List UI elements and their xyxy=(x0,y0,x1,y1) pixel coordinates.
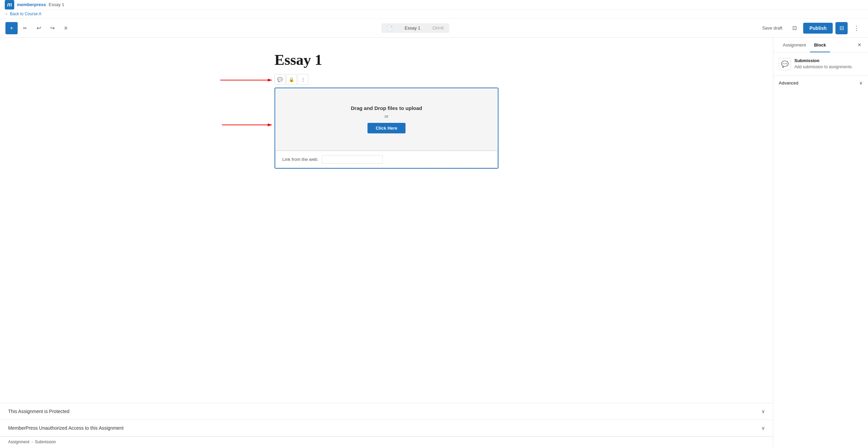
redo-button[interactable]: ↪ xyxy=(46,22,58,34)
sidebar-close-button[interactable]: × xyxy=(856,40,863,50)
submission-section: 💬 Submission Add submission to assignmen… xyxy=(773,53,868,76)
block-more-button[interactable]: ⋮ xyxy=(298,74,308,85)
submission-info: Submission Add submission to assignments… xyxy=(794,58,853,69)
right-sidebar: Assignment Block × 💬 Submission Add subm… xyxy=(773,38,868,447)
protected-label: This Assignment is Protected xyxy=(8,409,70,414)
sidebar-toggle-button[interactable]: ⊟ xyxy=(835,22,848,34)
upload-block-wrapper: Drag and Drop files to upload or Click H… xyxy=(275,88,498,169)
save-draft-button[interactable]: Save draft xyxy=(759,23,786,33)
protected-bar[interactable]: This Assignment is Protected ∨ xyxy=(0,403,773,420)
bottom-section: This Assignment is Protected ∨ MemberPre… xyxy=(0,403,773,436)
breadcrumb-separator: › xyxy=(32,440,33,444)
tab-block[interactable]: Block xyxy=(810,38,830,52)
toolbar-center: 📄 Essay 1 Ctrl+K xyxy=(73,23,757,33)
link-input[interactable] xyxy=(322,155,383,164)
sidebar-tabs: Assignment Block × xyxy=(773,38,868,53)
click-here-button[interactable]: Click Here xyxy=(367,123,405,133)
toolbar-right: Save draft ⊡ Publish ⊟ ⋮ xyxy=(759,22,863,34)
back-link-row: ← Back to Course A xyxy=(0,10,868,19)
unauthorized-bar[interactable]: MemberPress Unauthorized Access to this … xyxy=(0,420,773,436)
submission-title: Submission xyxy=(794,58,853,63)
main-layout: Essay 1 💬 🔒 ⋮ xyxy=(0,38,868,447)
red-arrow-to-block xyxy=(220,77,273,83)
advanced-label: Advanced xyxy=(779,80,798,86)
red-arrow-to-upload xyxy=(222,122,273,128)
breadcrumb-submission: Submission xyxy=(35,440,56,444)
brand-name: memberpress xyxy=(17,2,46,7)
block-lock-button[interactable]: 🔒 xyxy=(286,74,297,85)
logo-area: m memberpress Essay 1 xyxy=(5,0,64,10)
protected-chevron-icon: ∨ xyxy=(761,409,765,414)
or-text: or xyxy=(282,114,491,119)
unauthorized-chevron-icon: ∨ xyxy=(761,425,765,431)
edit-tool-button[interactable]: ✏ xyxy=(19,22,31,34)
more-options-button[interactable]: ⋮ xyxy=(850,22,863,34)
drag-drop-text: Drag and Drop files to upload xyxy=(282,105,491,111)
publish-button[interactable]: Publish xyxy=(803,23,833,34)
editor-area: Essay 1 💬 🔒 ⋮ xyxy=(0,38,773,447)
doc-title-top: Essay 1 xyxy=(49,2,64,7)
link-row: Link from the web: xyxy=(275,151,498,168)
submission-item[interactable]: 💬 Submission Add submission to assignmen… xyxy=(779,58,863,70)
unauthorized-label: MemberPress Unauthorized Access to this … xyxy=(8,425,124,431)
keyboard-shortcut: Ctrl+K xyxy=(432,26,444,31)
block-toolbar-container: 💬 🔒 ⋮ xyxy=(275,74,498,85)
brand-bar: m memberpress Essay 1 xyxy=(0,0,868,10)
svg-marker-3 xyxy=(268,124,272,126)
svg-marker-1 xyxy=(268,79,272,81)
submission-description: Add submission to assignments. xyxy=(794,64,853,69)
link-label: Link from the web: xyxy=(282,157,318,162)
block-comment-button[interactable]: 💬 xyxy=(275,74,285,85)
undo-button[interactable]: ↩ xyxy=(33,22,45,34)
logo-icon: m xyxy=(5,0,14,10)
block-toolbar: 💬 🔒 ⋮ xyxy=(275,74,498,85)
editor-toolbar: + ✏ ↩ ↪ ≡ 📄 Essay 1 Ctrl+K Save draft ⊡ … xyxy=(0,19,868,38)
editor-content: Essay 1 💬 🔒 ⋮ xyxy=(261,51,512,169)
tab-assignment[interactable]: Assignment xyxy=(779,38,810,52)
back-to-course-link[interactable]: ← Back to Course A xyxy=(5,12,863,16)
doc-name-pill[interactable]: 📄 Essay 1 Ctrl+K xyxy=(381,23,449,33)
doc-name-label: Essay 1 xyxy=(405,25,420,31)
advanced-section[interactable]: Advanced ∨ xyxy=(773,76,868,90)
view-toggle-button[interactable]: ⊡ xyxy=(788,22,800,34)
breadcrumb-bar: Assignment › Submission xyxy=(0,436,773,447)
add-block-button[interactable]: + xyxy=(5,22,18,34)
submission-icon: 💬 xyxy=(779,58,791,70)
list-view-button[interactable]: ≡ xyxy=(60,22,72,34)
drop-zone[interactable]: Drag and Drop files to upload or Click H… xyxy=(275,88,498,151)
upload-block: Drag and Drop files to upload or Click H… xyxy=(275,88,498,169)
page-title[interactable]: Essay 1 xyxy=(275,51,498,69)
advanced-chevron-icon: ∨ xyxy=(859,80,863,86)
breadcrumb-assignment: Assignment xyxy=(8,440,30,444)
